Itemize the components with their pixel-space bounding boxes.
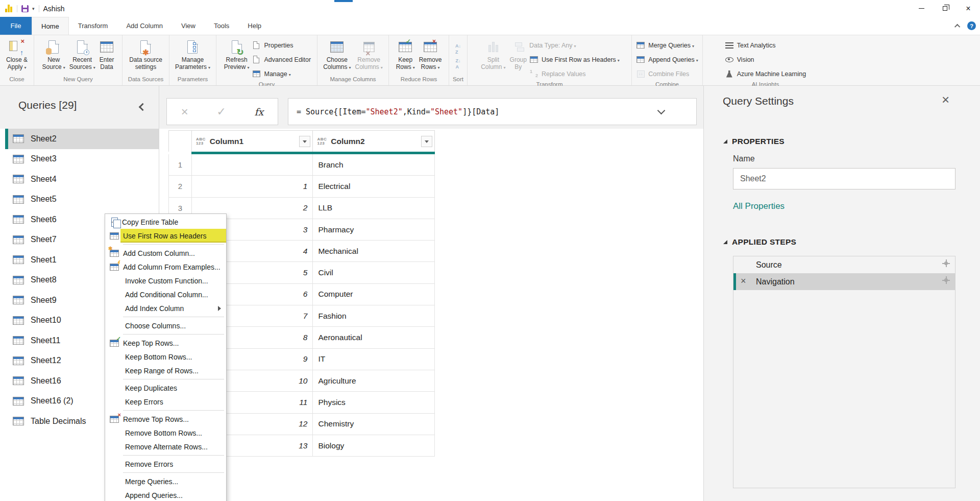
- query-list-item[interactable]: Sheet4: [0, 169, 159, 189]
- step-settings-gear-icon[interactable]: [944, 278, 948, 282]
- new-source-button[interactable]: NewSource: [41, 38, 67, 71]
- properties-section-header[interactable]: PROPERTIES: [723, 137, 785, 146]
- sort-descending-icon[interactable]: Z↓A: [456, 59, 461, 69]
- context-menu-item[interactable]: Add Index Column: [105, 301, 226, 315]
- context-menu-item[interactable]: Keep Range of Rows...: [105, 364, 226, 377]
- column2-cell[interactable]: Physics: [313, 392, 434, 413]
- append-queries-button[interactable]: Append Queries: [636, 53, 698, 66]
- context-menu-item[interactable]: Merge Queries...: [105, 474, 226, 488]
- context-menu-item[interactable]: Remove Bottom Rows...: [105, 426, 226, 440]
- column-header[interactable]: Column2: [313, 131, 434, 152]
- commit-formula-icon[interactable]: ✓: [216, 105, 226, 118]
- recent-sources-button[interactable]: RecentSources: [68, 38, 97, 71]
- context-menu-item[interactable]: Invoke Custom Function...: [105, 274, 226, 288]
- split-column-button[interactable]: SplitColumn: [479, 38, 507, 71]
- column1-cell[interactable]: [192, 154, 313, 175]
- column2-cell[interactable]: LLB: [313, 198, 434, 219]
- context-menu-item[interactable]: Add Conditional Column...: [105, 288, 226, 301]
- column2-cell[interactable]: Branch: [313, 154, 434, 175]
- manage-parameters-button[interactable]: ManageParameters: [174, 38, 212, 71]
- delete-step-icon[interactable]: ×: [741, 276, 746, 287]
- merge-queries-button[interactable]: Merge Queries: [636, 39, 698, 52]
- group-by-button[interactable]: GroupBy: [508, 38, 528, 71]
- context-menu-item[interactable]: Append Queries...: [105, 488, 226, 501]
- choose-columns-button[interactable]: ChooseColumns: [322, 38, 352, 71]
- restore-button[interactable]: [933, 0, 957, 17]
- column2-cell[interactable]: Computer: [313, 284, 434, 305]
- abc-123-type-icon[interactable]: [196, 137, 206, 146]
- remove-columns-button[interactable]: × RemoveColumns: [354, 38, 384, 71]
- replace-values-button[interactable]: Replace Values: [529, 67, 620, 80]
- query-list-item[interactable]: Sheet5: [0, 189, 159, 210]
- column2-cell[interactable]: Aeronautical: [313, 327, 434, 348]
- all-properties-link[interactable]: All Properties: [733, 201, 785, 211]
- manage-button[interactable]: Manage: [252, 67, 311, 80]
- context-menu-item[interactable]: Add Column From Examples...: [105, 260, 226, 274]
- refresh-preview-button[interactable]: ↻ RefreshPreview: [223, 38, 251, 71]
- context-menu-item[interactable]: Remove Errors: [105, 457, 226, 471]
- column2-cell[interactable]: Pharmacy: [313, 219, 434, 240]
- close-pane-icon[interactable]: ×: [942, 93, 949, 106]
- ribbon-tab[interactable]: Home: [32, 17, 69, 35]
- enter-data-button[interactable]: EnterData: [98, 38, 116, 71]
- remove-rows-button[interactable]: × RemoveRows: [418, 38, 444, 71]
- minimize-button[interactable]: [910, 0, 933, 17]
- ribbon-tab[interactable]: Add Column: [117, 17, 172, 35]
- column2-cell[interactable]: Biology: [313, 435, 434, 456]
- context-menu-item[interactable]: Keep Duplicates: [105, 381, 226, 395]
- use-first-row-as-headers-button[interactable]: Use First Row as Headers: [529, 53, 620, 66]
- context-menu-item[interactable]: Keep Bottom Rows...: [105, 350, 226, 364]
- row-number[interactable]: 1: [169, 154, 192, 175]
- context-menu-item[interactable]: Copy Entire Table: [105, 215, 226, 229]
- column1-cell[interactable]: 1: [192, 176, 313, 197]
- applied-steps-section-header[interactable]: APPLIED STEPS: [723, 237, 796, 247]
- ribbon-tab[interactable]: File: [0, 17, 32, 35]
- abc-123-type-icon[interactable]: [317, 137, 327, 146]
- applied-step[interactable]: × Navigation: [733, 273, 955, 290]
- keep-rows-button[interactable]: ✓ KeepRows: [395, 38, 416, 71]
- advanced-editor-button[interactable]: Advanced Editor: [252, 53, 311, 66]
- sort-ascending-icon[interactable]: A↓Z: [455, 44, 461, 55]
- cancel-formula-icon[interactable]: ×: [181, 105, 188, 119]
- query-list-item[interactable]: Sheet3: [0, 149, 159, 170]
- context-menu-item[interactable]: × Remove Top Rows...: [105, 412, 226, 426]
- table-corner-cell[interactable]: [169, 131, 192, 152]
- query-list-item[interactable]: Sheet2: [0, 129, 159, 149]
- collapse-queries-pane-icon[interactable]: [139, 103, 147, 111]
- formula-input[interactable]: = Source{[Item="Sheet2",Kind="Sheet"]}[D…: [288, 98, 697, 125]
- close-window-button[interactable]: ×: [957, 0, 980, 17]
- column2-cell[interactable]: Mechanical: [313, 241, 434, 261]
- column2-cell[interactable]: IT: [313, 349, 434, 370]
- filter-dropdown-icon[interactable]: [299, 136, 310, 147]
- close-and-apply-button[interactable]: ×↑ Close & Apply: [5, 38, 29, 71]
- ribbon-tab[interactable]: Help: [238, 17, 271, 35]
- context-menu-item[interactable]: ✓ Keep Top Rows...: [105, 336, 226, 350]
- context-menu-item[interactable]: Keep Errors: [105, 395, 226, 409]
- data-source-settings-button[interactable]: ✱ Data sourcesettings: [128, 38, 164, 71]
- properties-button[interactable]: Properties: [252, 39, 311, 52]
- text-analytics-button[interactable]: Text Analytics: [725, 39, 806, 52]
- data-type-button[interactable]: Data Type: Any: [529, 39, 620, 52]
- vision-button[interactable]: Vision: [725, 53, 806, 66]
- combine-files-button[interactable]: ↓↓ Combine Files: [636, 67, 698, 80]
- azure-machine-learning-button[interactable]: Azure Machine Learning: [725, 67, 806, 80]
- query-name-input[interactable]: Sheet2: [733, 168, 955, 189]
- quick-access-caret-icon[interactable]: ▾: [32, 6, 35, 11]
- context-menu-item[interactable]: ✱ Add Custom Column...: [105, 246, 226, 260]
- column-header[interactable]: Column1: [192, 131, 313, 152]
- step-settings-gear-icon[interactable]: [944, 261, 948, 265]
- column2-cell[interactable]: Agriculture: [313, 370, 434, 391]
- column2-cell[interactable]: Chemistry: [313, 414, 434, 435]
- applied-step[interactable]: × Source: [733, 256, 955, 273]
- save-icon[interactable]: [21, 5, 29, 12]
- column2-cell[interactable]: Fashion: [313, 305, 434, 326]
- column2-cell[interactable]: Civil: [313, 262, 434, 283]
- context-menu-item[interactable]: Remove Alternate Rows...: [105, 440, 226, 454]
- context-menu-item[interactable]: Use First Row as Headers: [105, 229, 226, 243]
- ribbon-tab[interactable]: Tools: [205, 17, 238, 35]
- filter-dropdown-icon[interactable]: [421, 136, 432, 147]
- ribbon-tab[interactable]: View: [172, 17, 205, 35]
- row-number[interactable]: 2: [169, 176, 192, 197]
- column2-cell[interactable]: Electrical: [313, 176, 434, 197]
- help-icon[interactable]: ?: [967, 21, 976, 30]
